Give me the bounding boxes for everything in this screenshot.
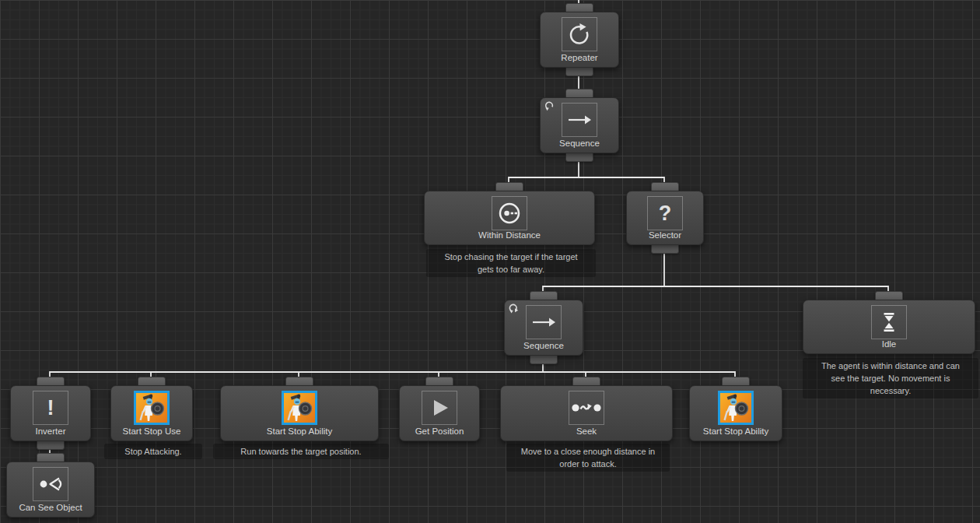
node-start-stop-ability-2[interactable]: Start Stop Ability xyxy=(689,385,782,441)
behavior-tree-canvas[interactable]: RepeaterSequenceWithin DistanceStop chas… xyxy=(0,0,980,523)
node-within-distance[interactable]: Within Distance xyxy=(424,191,595,245)
warrior-icon xyxy=(134,391,170,425)
can-see-object-label: Can See Object xyxy=(7,503,94,512)
sequence-arrow-icon xyxy=(526,305,562,339)
node-repeater[interactable]: Repeater xyxy=(540,12,619,68)
start-stop-ability-1-comment: Run towards the target position. xyxy=(213,444,389,459)
start-stop-ability-1-label: Start Stop Ability xyxy=(221,426,378,436)
node-start-stop-use[interactable]: Start Stop Use xyxy=(110,385,193,441)
inverter-label: Inverter xyxy=(11,426,90,436)
repeater-label: Repeater xyxy=(541,53,618,62)
node-get-position[interactable]: Get Position xyxy=(399,385,480,441)
sequence-2-label: Sequence xyxy=(505,341,583,350)
node-idle[interactable]: Idle xyxy=(803,300,975,354)
eye-icon xyxy=(33,467,68,501)
node-can-see-object[interactable]: Can See Object xyxy=(6,462,95,518)
within-distance-comment: Stop chasing the target if the targetget… xyxy=(426,249,596,277)
self-abort-icon xyxy=(544,100,555,115)
question-mark-icon: ? xyxy=(647,196,683,230)
node-inverter[interactable]: !Inverter xyxy=(10,385,91,441)
seek-icon xyxy=(569,391,604,425)
idle-label: Idle xyxy=(803,339,975,349)
play-icon xyxy=(422,391,457,425)
within-distance-label: Within Distance xyxy=(425,230,594,240)
exclamation-icon: ! xyxy=(33,391,68,425)
seek-comment: Move to a close enough distance inorder … xyxy=(506,444,670,472)
hourglass-icon xyxy=(871,305,907,339)
node-selector[interactable]: ?Selector xyxy=(626,191,704,245)
idle-comment: The agent is within distance and cansee … xyxy=(803,358,978,398)
node-sequence-1[interactable]: Sequence xyxy=(540,97,619,153)
start-stop-ability-2-label: Start Stop Ability xyxy=(690,426,782,436)
sequence-1-label: Sequence xyxy=(541,139,618,148)
warrior-icon xyxy=(282,391,317,425)
seek-label: Seek xyxy=(501,426,672,436)
self-and-lower-priority-abort-icon xyxy=(508,303,520,318)
warrior-icon xyxy=(718,391,754,425)
node-sequence-2[interactable]: Sequence xyxy=(504,300,583,356)
repeater-icon xyxy=(562,17,597,51)
within-distance-icon xyxy=(492,196,527,230)
start-stop-use-comment: Stop Attacking. xyxy=(104,444,202,459)
node-start-stop-ability-1[interactable]: Start Stop Ability xyxy=(220,385,379,441)
get-position-label: Get Position xyxy=(400,426,479,436)
selector-label: Selector xyxy=(627,230,703,240)
start-stop-use-label: Start Stop Use xyxy=(111,426,192,436)
node-seek[interactable]: Seek xyxy=(500,385,673,441)
sequence-arrow-icon xyxy=(562,103,597,137)
